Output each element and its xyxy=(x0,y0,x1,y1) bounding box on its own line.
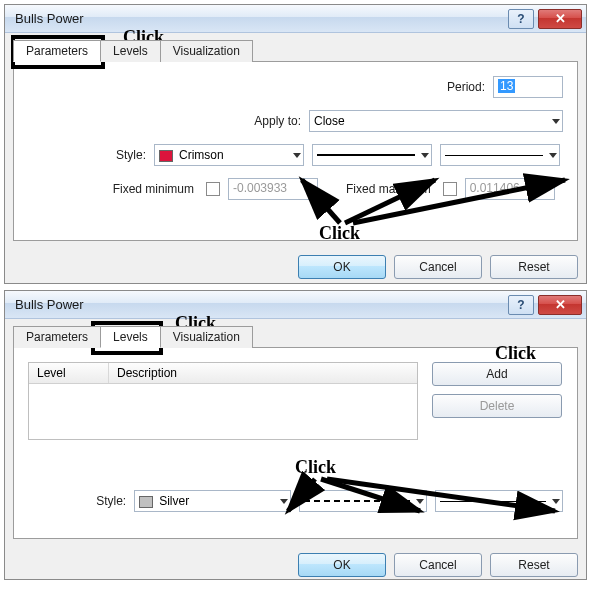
period-input[interactable]: 13 xyxy=(493,76,563,98)
tab-levels[interactable]: Levels xyxy=(100,40,161,62)
titlebar: Bulls Power ? ✕ xyxy=(5,5,586,33)
style-label: Style: xyxy=(28,494,126,508)
tab-parameters[interactable]: Parameters xyxy=(13,326,101,348)
ok-button[interactable]: OK xyxy=(298,255,386,279)
style-width-select[interactable] xyxy=(440,144,560,166)
apply-to-select[interactable]: Close xyxy=(309,110,563,132)
tab-bar: Parameters Levels Visualization xyxy=(13,325,586,347)
style-color-name: Silver xyxy=(159,494,189,508)
period-label: Period: xyxy=(447,80,485,94)
fixed-max-checkbox[interactable] xyxy=(443,182,457,196)
tab-levels[interactable]: Levels xyxy=(100,326,161,348)
col-description: Description xyxy=(109,363,417,383)
cancel-button[interactable]: Cancel xyxy=(394,255,482,279)
color-swatch-icon xyxy=(139,496,153,508)
style-width-select[interactable] xyxy=(435,490,563,512)
dialog-levels: Bulls Power ? ✕ Parameters Levels Visual… xyxy=(4,290,587,580)
window-title: Bulls Power xyxy=(15,297,504,312)
chevron-down-icon xyxy=(293,153,301,158)
window-title: Bulls Power xyxy=(15,11,504,26)
period-value: 13 xyxy=(498,79,515,93)
tab-panel: Period: 13 Apply to: Close Style: Crimso… xyxy=(13,61,578,241)
levels-table[interactable]: Level Description xyxy=(28,362,418,440)
cancel-button[interactable]: Cancel xyxy=(394,553,482,577)
reset-button[interactable]: Reset xyxy=(490,255,578,279)
line-style-icon xyxy=(304,500,410,502)
line-width-icon xyxy=(445,155,543,156)
chevron-down-icon xyxy=(280,499,288,504)
help-button[interactable]: ? xyxy=(508,295,534,315)
add-button[interactable]: Add xyxy=(432,362,562,386)
dialog-parameters: Bulls Power ? ✕ Parameters Levels Visual… xyxy=(4,4,587,284)
help-button[interactable]: ? xyxy=(508,9,534,29)
fixed-min-checkbox[interactable] xyxy=(206,182,220,196)
style-color-name: Crimson xyxy=(179,148,224,162)
button-row: OK Cancel Reset xyxy=(5,249,586,289)
close-button[interactable]: ✕ xyxy=(538,9,582,29)
fixed-max-input[interactable]: 0.011406 xyxy=(465,178,555,200)
chevron-down-icon xyxy=(416,499,424,504)
close-icon: ✕ xyxy=(555,297,566,312)
style-line-select[interactable] xyxy=(299,490,427,512)
chevron-down-icon xyxy=(552,119,560,124)
ok-button[interactable]: OK xyxy=(298,553,386,577)
close-button[interactable]: ✕ xyxy=(538,295,582,315)
apply-to-value: Close xyxy=(314,114,345,128)
reset-button[interactable]: Reset xyxy=(490,553,578,577)
button-row: OK Cancel Reset xyxy=(5,547,586,587)
delete-button[interactable]: Delete xyxy=(432,394,562,418)
line-width-icon xyxy=(440,501,546,502)
tab-bar: Parameters Levels Visualization xyxy=(13,39,586,61)
apply-to-label: Apply to: xyxy=(254,114,301,128)
close-icon: ✕ xyxy=(555,11,566,26)
tab-visualization[interactable]: Visualization xyxy=(160,40,253,62)
chevron-down-icon xyxy=(552,499,560,504)
fixed-min-input[interactable]: -0.003933 xyxy=(228,178,318,200)
fixed-max-label: Fixed maximum xyxy=(346,182,431,196)
tab-visualization[interactable]: Visualization xyxy=(160,326,253,348)
color-swatch-icon xyxy=(159,150,173,162)
fixed-min-label: Fixed minimum xyxy=(28,182,194,196)
tab-parameters[interactable]: Parameters xyxy=(13,40,101,62)
style-label: Style: xyxy=(28,148,146,162)
style-line-select[interactable] xyxy=(312,144,432,166)
chevron-down-icon xyxy=(421,153,429,158)
table-header: Level Description xyxy=(29,363,417,384)
side-buttons: Add Delete xyxy=(432,362,562,440)
titlebar: Bulls Power ? ✕ xyxy=(5,291,586,319)
style-color-select[interactable]: Silver xyxy=(134,490,291,512)
style-color-select[interactable]: Crimson xyxy=(154,144,304,166)
line-style-icon xyxy=(317,154,415,156)
chevron-down-icon xyxy=(549,153,557,158)
col-level: Level xyxy=(29,363,109,383)
tab-panel: Level Description Add Delete Style: Silv… xyxy=(13,347,578,539)
